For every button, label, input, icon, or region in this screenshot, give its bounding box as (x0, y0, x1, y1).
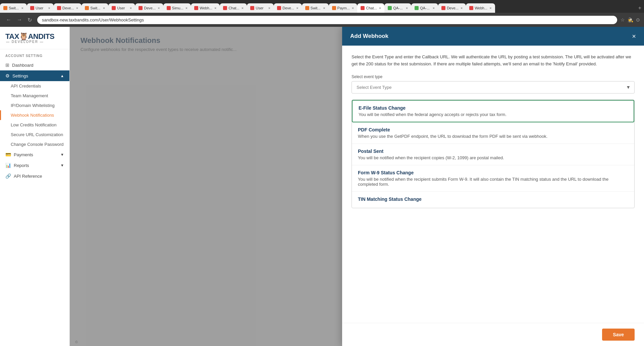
modal-close-button[interactable]: × (632, 33, 636, 40)
modal-description: Select the Event Type and enter the Call… (352, 54, 635, 68)
subnav-item-6[interactable]: Change Console Password (0, 139, 69, 149)
tab-close-4[interactable]: × (130, 6, 132, 10)
tab-favicon-8 (223, 6, 227, 10)
sidebar-item-payments[interactable]: 💳 Payments ▼ (0, 149, 69, 160)
tab-favicon-0 (3, 6, 7, 10)
tab-close-13[interactable]: × (379, 6, 381, 10)
browser-tab-7[interactable]: Webh... × (191, 3, 220, 13)
tab-close-8[interactable]: × (241, 6, 244, 10)
address-input[interactable] (37, 16, 617, 24)
subnav-item-2[interactable]: IP/Domain Whitelisting (0, 101, 69, 110)
event-type-title-2: Postal Sent (358, 149, 628, 154)
tab-close-6[interactable]: × (185, 6, 187, 10)
event-type-item-3[interactable]: Form W-9 Status Change You will be notif… (352, 165, 634, 192)
browser-tab-3[interactable]: Swit... × (82, 3, 108, 13)
tab-close-14[interactable]: × (406, 6, 408, 10)
reload-button[interactable]: ↻ (25, 16, 34, 24)
event-type-item-1[interactable]: PDF Complete When you use the GetPDF end… (352, 122, 634, 144)
incognito-indicator: 🕵️ (628, 17, 633, 22)
browser-tab-14[interactable]: QA-... × (384, 3, 411, 13)
tab-close-7[interactable]: × (214, 6, 216, 10)
tab-favicon-15 (415, 6, 419, 10)
subnav-item-4[interactable]: Low Credits Notification (0, 120, 69, 130)
event-type-item-2[interactable]: Postal Sent You will be notified when th… (352, 144, 634, 165)
subnav-item-1[interactable]: Team Management (0, 91, 69, 101)
tab-close-1[interactable]: × (48, 6, 50, 10)
tab-close-2[interactable]: × (76, 6, 78, 10)
browser-tab-17[interactable]: Webh... × (466, 3, 495, 13)
modal-title: Add Webhook (350, 33, 388, 40)
tab-favicon-12 (332, 6, 336, 10)
dashboard-label: Dashboard (12, 63, 34, 68)
event-type-item-0[interactable]: E-File Status Change You will be notifie… (352, 100, 634, 122)
browser-tab-11[interactable]: Swit... × (302, 3, 329, 13)
tab-label-11: Swit... (311, 6, 321, 10)
event-type-select[interactable]: Select Event Type (352, 81, 635, 94)
subnav-item-5[interactable]: Secure URL Customization (0, 130, 69, 139)
browser-tab-5[interactable]: Deve... × (135, 3, 163, 13)
tab-favicon-2 (57, 6, 61, 10)
browser-tab-4[interactable]: User × (108, 3, 135, 13)
tab-close-3[interactable]: × (103, 6, 105, 10)
tab-label-9: User (256, 6, 266, 10)
tab-close-0[interactable]: × (21, 6, 23, 10)
add-webhook-modal: Add Webhook × Select the Event Type and … (342, 27, 644, 346)
browser-tab-1[interactable]: User × (27, 3, 54, 13)
settings-subnav: API CredentialsTeam ManagementIP/Domain … (0, 81, 69, 149)
tab-label-3: Swit... (90, 6, 101, 10)
new-tab-button[interactable]: + (636, 3, 644, 13)
subnav-item-0[interactable]: API Credentials (0, 81, 69, 91)
tab-label-16: Deve... (447, 6, 459, 10)
tab-favicon-5 (139, 6, 143, 10)
modal-body: Select the Event Type and enter the Call… (342, 46, 644, 323)
tab-label-1: User (36, 6, 46, 10)
tab-close-5[interactable]: × (158, 6, 160, 10)
tab-close-11[interactable]: × (323, 6, 325, 10)
back-button[interactable]: ← (4, 16, 13, 24)
profile-button[interactable]: ⊙ (636, 17, 640, 22)
main-content: Webhook Notifications Configure webhooks… (70, 27, 644, 346)
tab-close-16[interactable]: × (461, 6, 463, 10)
tab-close-12[interactable]: × (352, 6, 354, 10)
tab-label-12: Paym... (337, 6, 350, 10)
event-type-title-0: E-File Status Change (359, 105, 628, 111)
api-reference-label: API Reference (14, 174, 42, 179)
event-type-item-4[interactable]: TIN Matching Status Change (352, 192, 634, 208)
reports-chevron: ▼ (60, 163, 64, 167)
tab-label-4: User (117, 6, 128, 10)
tab-favicon-9 (250, 6, 254, 10)
sidebar-item-reports[interactable]: 📊 Reports ▼ (0, 160, 69, 171)
tab-favicon-10 (277, 6, 281, 10)
save-button[interactable]: Save (602, 329, 635, 341)
browser-tab-9[interactable]: User × (247, 3, 274, 13)
sidebar-item-settings[interactable]: ⚙ Settings ▲ (0, 70, 69, 81)
tab-close-10[interactable]: × (296, 6, 298, 10)
browser-tab-13[interactable]: Chat... × (357, 3, 384, 13)
forward-button[interactable]: → (15, 16, 24, 24)
tab-label-7: Webh... (200, 6, 212, 10)
browser-tab-15[interactable]: QA-... × (411, 3, 438, 13)
event-type-desc-2: You will be notified when the recipient … (358, 155, 628, 160)
tab-favicon-11 (305, 6, 309, 10)
browser-tab-12[interactable]: Paym... × (329, 3, 358, 13)
tab-close-9[interactable]: × (268, 6, 270, 10)
tab-close-17[interactable]: × (489, 6, 491, 10)
browser-tab-2[interactable]: Deve... × (54, 3, 82, 13)
browser-tab-6[interactable]: Simu... × (163, 3, 191, 13)
browser-tab-10[interactable]: Deve... × (274, 3, 302, 13)
sidebar-item-dashboard[interactable]: ⊞ Dashboard (0, 60, 69, 70)
sidebar-item-api-reference[interactable]: 🔗 API Reference (0, 171, 69, 181)
tab-favicon-7 (194, 6, 198, 10)
subnav-item-3[interactable]: Webhook Notifications (0, 110, 69, 120)
bookmark-button[interactable]: ☆ (621, 17, 625, 22)
tab-label-17: Webh... (475, 6, 487, 10)
tab-label-14: QA-... (393, 6, 404, 10)
tab-label-2: Deve... (62, 6, 74, 10)
browser-tab-0[interactable]: Swit... × (0, 3, 27, 13)
tab-favicon-6 (167, 6, 171, 10)
tab-label-15: QA-... (420, 6, 431, 10)
browser-tab-16[interactable]: Deve... × (438, 3, 466, 13)
sidebar: TAX🦉ANDITS — Developer — ACCOUNT SETTING… (0, 27, 70, 346)
tab-close-15[interactable]: × (433, 6, 435, 10)
browser-tab-8[interactable]: Chat... × (220, 3, 247, 13)
